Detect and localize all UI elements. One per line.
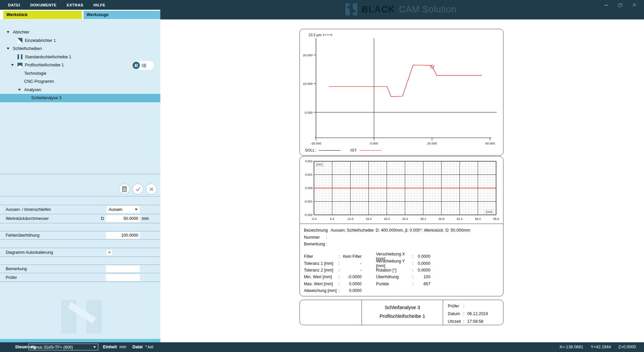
svg-text:65.6: 65.6 (493, 217, 499, 221)
stat-label: Toleranz 2 [mm] (304, 268, 338, 273)
coord-x: X=-138.0661 (559, 345, 583, 349)
legend-soll-label: SOLL: (305, 148, 316, 152)
stat-value: 0.0000 (341, 288, 362, 293)
stat-label: Verschiebung Y [mm] (376, 259, 412, 268)
workpiece-diameter-input[interactable] (106, 215, 140, 222)
tree-item-abrichter[interactable]: Abrichter (0, 28, 160, 37)
inspector-input[interactable] (106, 274, 140, 281)
panel-divider (300, 224, 503, 224)
diameter-unit: mm (142, 216, 149, 221)
expander-icon[interactable] (7, 31, 9, 33)
tree-item-profilschleifscheibe-1[interactable]: Profilschleifscheibe 1 (0, 61, 160, 69)
form-spacer (0, 240, 160, 248)
stat-row: Toleranz 2 [mm]:- (304, 267, 362, 274)
expander-icon[interactable] (11, 64, 14, 66)
tree-item-schleifanalyse-3[interactable]: Schleifanalyse 3 (0, 94, 160, 102)
calculate-button[interactable] (119, 183, 130, 195)
form-spacer (0, 257, 160, 265)
row-remark: Bemerkung (0, 265, 160, 273)
chart-legend: SOLL: IST: (305, 148, 381, 152)
tab-werkstueck[interactable]: Werkstück (3, 11, 82, 19)
grinding-type-select[interactable]: Aussen (107, 206, 140, 213)
stat-row: Verschiebung Y [mm]:0.0000 (376, 260, 430, 267)
cancel-button[interactable] (146, 183, 157, 195)
stat-row: Max. Wert [mm]:0.0000 (304, 281, 362, 287)
svg-text:[mm]: [mm] (486, 210, 492, 214)
tree-item-standardschleifscheibe-1[interactable]: Standardschleifscheibe 1 (0, 53, 160, 61)
row-grinding-type: Aussen- / Innenschleifen Aussen (0, 205, 160, 214)
coord-z: Z=0.0000 (618, 345, 636, 349)
grinding-type-value: Aussen (109, 207, 122, 212)
stat-row: Rotation [°]:0.0000 (376, 267, 430, 274)
app-logo: BLACK CAM Solution (345, 3, 457, 15)
legend-ist-label: IST: (351, 148, 357, 152)
steuerung-value: Fanuc 31i/0i-TF+ (600) (31, 345, 73, 350)
autoscale-label: Diagramm Autoskalierung (6, 250, 53, 255)
pause-icon[interactable] (132, 62, 140, 69)
tree-item-einzelabrichter-1[interactable]: Einzelabrichter 1 (0, 37, 160, 45)
datei-label: Datei (132, 345, 143, 349)
tree-item-analysen[interactable]: Analysen (0, 86, 160, 94)
stat-label: Filter (304, 254, 338, 259)
svg-text:-0.001: -0.001 (304, 200, 313, 203)
autoscale-checkbox[interactable]: × (107, 250, 112, 255)
menu-hilfe[interactable]: HILFE (93, 3, 105, 7)
svg-text:0.000: 0.000 (370, 141, 378, 145)
minimize-icon[interactable] (603, 2, 609, 8)
tree-item-label: Schleifanalyse 3 (31, 96, 61, 100)
stat-row: Abweichung [mm]:0.0000 (304, 287, 362, 294)
tree-item-technologie[interactable]: Technologie (0, 69, 160, 78)
report-info: Bezeichnung: Aussen; Schleifscheibe: D: … (304, 227, 498, 248)
steuerung-select[interactable]: Fanuc 31i/0i-TF+ (600) (29, 344, 98, 350)
einheit-value: mm (119, 345, 126, 349)
stat-label: Max. Wert [mm] (304, 282, 338, 286)
close-icon[interactable]: ✕ (631, 2, 637, 8)
datei-value: *.kel (145, 345, 153, 349)
svg-text:6.2: 6.2 (330, 217, 334, 221)
tree: AbrichterEinzelabrichter 1Schleifscheibe… (0, 19, 160, 174)
expander-icon[interactable] (7, 48, 9, 50)
legend-soll-line (319, 150, 340, 151)
pruefer-label: Prüfer (448, 302, 463, 310)
tab-strip: Werkstück Werkzeuge (0, 11, 160, 19)
svg-text:0.001: 0.001 (305, 173, 313, 176)
confirm-button[interactable] (132, 183, 144, 195)
svg-text:-0.002: -0.002 (304, 213, 313, 217)
sidebar: Werkstück Werkzeuge AbrichterEinzelabric… (0, 10, 160, 339)
tree-item-schleifscheiben[interactable]: Schleifscheiben (0, 45, 160, 53)
error-scale-input[interactable] (106, 232, 140, 239)
tab-werkzeuge[interactable]: Werkzeuge (84, 11, 160, 19)
form-spacer (0, 196, 160, 205)
info-row-bemerkung: Bemerkung: (304, 241, 498, 248)
row-autoscale: Diagramm Autoskalierung × (0, 248, 160, 257)
restore-icon[interactable] (617, 2, 623, 8)
footer-meta-cell: Prüfer: Datum:06.12.2024 Uhrzeit:17:08:5… (443, 300, 503, 325)
stat-value: - (341, 261, 362, 266)
menu-extras[interactable]: EXTRAS (67, 3, 84, 7)
bezeichnung-value: Aussen; Schleifscheibe: D: 400.000mm, β:… (331, 227, 470, 234)
tree-item-label: CNC-Programm (24, 79, 54, 84)
row-workpiece-diameter: Werkstückdurchmesser D mm (0, 214, 160, 223)
stats-right-column: Verschiebung X [mm]:0.0000Verschiebung Y… (376, 253, 430, 287)
stat-row: Punkte:657 (376, 281, 430, 287)
chevron-down-icon (135, 209, 138, 211)
menu-dokumente[interactable]: DOKUMENTE (30, 3, 57, 7)
remark-input[interactable] (106, 266, 140, 272)
stat-value: 0.0000 (415, 254, 430, 259)
grinding-type-label: Aussen- / Innenschleifen (6, 207, 51, 212)
stat-value: 0.0000 (415, 261, 430, 266)
svg-text:0.002: 0.002 (305, 160, 313, 163)
stat-value: - (341, 268, 362, 273)
coord-y: Y=42.1944 (591, 345, 611, 349)
profile-chart: 23.3 µm20.00010.0000.000-20.0000.00020.0… (300, 29, 503, 155)
stat-row: Min. Wert [mm]:-0.0000 (304, 274, 362, 280)
form-toolbar (0, 174, 160, 196)
expander-icon[interactable] (18, 89, 21, 91)
uhrzeit-value: 17:08:58 (467, 318, 483, 326)
list-icon[interactable] (142, 63, 147, 68)
stat-value: 0.0000 (341, 282, 362, 286)
brand-h-icon (345, 3, 358, 15)
form-spacer (0, 223, 160, 231)
menu-datei[interactable]: DATEI (8, 3, 20, 7)
tree-item-cnc-programm[interactable]: CNC-Programm (0, 77, 160, 86)
